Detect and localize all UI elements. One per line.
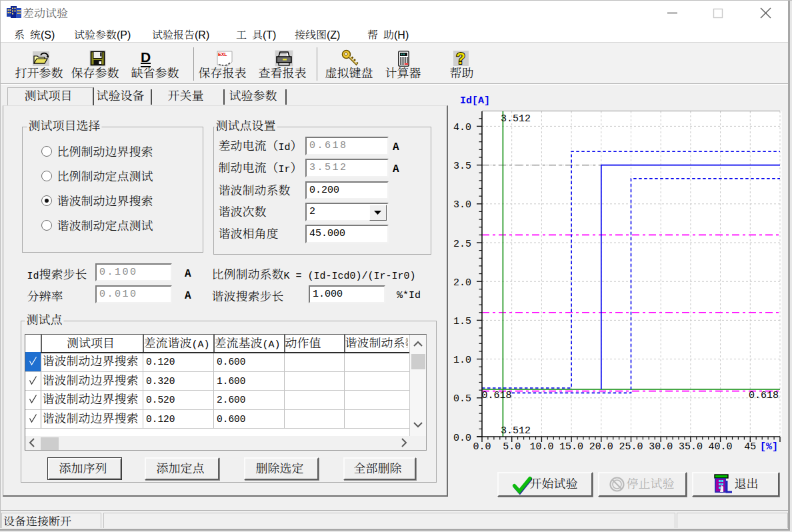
svg-text:1.0: 1.0 bbox=[453, 355, 471, 366]
svg-text:0.5: 0.5 bbox=[453, 393, 471, 405]
svg-text:3.512: 3.512 bbox=[501, 425, 531, 437]
svg-text:0.618: 0.618 bbox=[749, 390, 779, 401]
svg-text:EXL: EXL bbox=[218, 52, 227, 57]
svg-text:20.0: 20.0 bbox=[589, 441, 613, 453]
svg-text:35.0: 35.0 bbox=[679, 441, 703, 453]
svg-text:0.618: 0.618 bbox=[482, 390, 512, 401]
svg-text:Id[A]: Id[A] bbox=[460, 95, 490, 107]
svg-text:0.0: 0.0 bbox=[473, 441, 491, 453]
svg-text:[%]: [%] bbox=[760, 441, 778, 453]
svg-text:5.0: 5.0 bbox=[503, 441, 521, 453]
svg-text:3.5: 3.5 bbox=[453, 161, 471, 172]
svg-text:40.0: 40.0 bbox=[709, 441, 733, 453]
svg-text:0.0: 0.0 bbox=[453, 433, 471, 444]
svg-text:30.0: 30.0 bbox=[649, 441, 673, 453]
svg-text:1.5: 1.5 bbox=[453, 316, 471, 327]
svg-text:10.0: 10.0 bbox=[529, 441, 553, 453]
svg-text:2.5: 2.5 bbox=[453, 239, 471, 250]
svg-text:4.0: 4.0 bbox=[453, 122, 471, 133]
svg-text:3.512: 3.512 bbox=[501, 113, 531, 125]
svg-text:25.0: 25.0 bbox=[619, 441, 643, 453]
svg-text:45: 45 bbox=[744, 441, 756, 453]
svg-text:15.0: 15.0 bbox=[559, 441, 583, 453]
svg-text:3.0: 3.0 bbox=[453, 199, 471, 211]
svg-text:2.0: 2.0 bbox=[453, 277, 471, 289]
